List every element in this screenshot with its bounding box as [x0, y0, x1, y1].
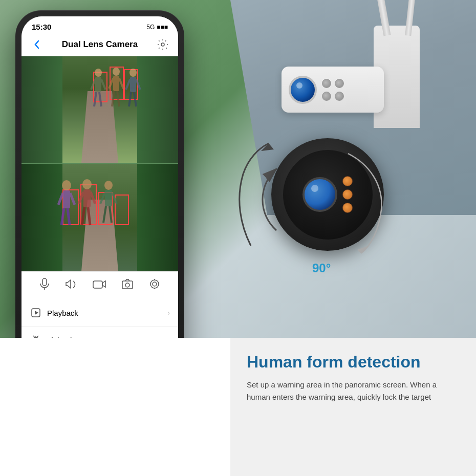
feed-trees-right2 — [137, 164, 178, 271]
menu-item-left-playback: Playback — [30, 307, 78, 319]
status-bar: 15:30 5G ■■■ — [21, 16, 178, 34]
svg-line-6 — [99, 92, 101, 106]
playback-icon — [30, 307, 42, 319]
svg-line-9 — [109, 78, 113, 89]
bottom-section: Human form detection Set up a warning ar… — [0, 338, 476, 476]
svg-rect-37 — [42, 278, 47, 286]
svg-rect-14 — [130, 77, 136, 92]
svg-line-35 — [103, 206, 106, 223]
upper-camera-module — [282, 67, 384, 113]
svg-line-27 — [79, 192, 83, 204]
svg-line-11 — [112, 91, 114, 106]
svg-line-15 — [126, 79, 130, 90]
svg-point-25 — [82, 179, 92, 189]
svg-rect-20 — [63, 190, 70, 208]
playback-chevron: › — [167, 309, 170, 317]
record-button[interactable] — [93, 279, 106, 292]
svg-line-23 — [61, 208, 64, 225]
svg-rect-26 — [83, 189, 91, 207]
control-bar — [21, 271, 178, 299]
back-button[interactable] — [30, 37, 44, 52]
svg-point-19 — [62, 180, 71, 190]
feed-trees-left2 — [21, 164, 62, 271]
camera-feed-top — [21, 56, 178, 164]
upper-camera-leds — [322, 79, 344, 101]
svg-line-12 — [117, 91, 119, 106]
svg-point-41 — [125, 283, 129, 287]
svg-line-29 — [82, 207, 84, 225]
svg-point-13 — [129, 69, 137, 77]
network-indicator: 5G — [146, 24, 155, 31]
people-silhouettes-top — [88, 67, 144, 113]
svg-point-43 — [150, 280, 159, 288]
led-2 — [335, 79, 344, 88]
svg-point-31 — [104, 181, 113, 190]
feed-trees-left — [21, 56, 62, 164]
upper-camera-lens — [289, 76, 317, 104]
svg-line-33 — [100, 192, 105, 204]
menu-item-playback[interactable]: Playback › — [21, 299, 178, 327]
status-icons: 5G ■■■ — [146, 24, 168, 31]
svg-rect-8 — [113, 76, 119, 91]
svg-line-10 — [119, 78, 123, 89]
svg-line-3 — [91, 79, 95, 90]
svg-point-0 — [161, 43, 164, 46]
led-4 — [335, 92, 344, 101]
svg-rect-2 — [95, 77, 101, 92]
svg-line-16 — [136, 79, 140, 90]
svg-line-4 — [101, 79, 105, 90]
svg-line-17 — [129, 92, 131, 106]
svg-point-1 — [95, 69, 102, 77]
svg-point-7 — [113, 68, 120, 76]
led-1 — [322, 79, 331, 88]
feature-description: Set up a warning area in the panoramic s… — [247, 379, 460, 403]
svg-rect-39 — [93, 281, 102, 288]
svg-line-5 — [94, 92, 96, 106]
camera-hardware: 270° 90° — [282, 26, 445, 302]
more-button[interactable] — [149, 278, 160, 293]
people-silhouettes-bottom — [57, 179, 139, 230]
svg-line-28 — [91, 192, 95, 204]
rotation-arrows — [230, 123, 404, 266]
feature-title: Human form detection — [247, 352, 460, 372]
photo-button[interactable] — [122, 279, 133, 292]
svg-line-34 — [112, 192, 117, 204]
svg-line-36 — [110, 206, 112, 223]
nav-title: Dual Lens Camera — [62, 39, 138, 50]
led-3 — [322, 92, 331, 101]
svg-line-24 — [68, 208, 70, 225]
camera-feed-bottom — [21, 164, 178, 271]
svg-line-52 — [37, 336, 38, 337]
settings-nav-button[interactable] — [156, 37, 170, 52]
playback-label: Playback — [47, 309, 78, 317]
svg-line-22 — [70, 193, 75, 205]
bottom-right: Human form detection Set up a warning ar… — [230, 338, 476, 476]
svg-line-21 — [58, 193, 63, 205]
svg-line-51 — [33, 336, 34, 337]
nav-bar: Dual Lens Camera — [21, 34, 178, 56]
bottom-left — [0, 338, 230, 476]
svg-line-18 — [134, 92, 136, 106]
mic-button[interactable] — [39, 278, 50, 293]
status-time: 15:30 — [32, 23, 51, 31]
degree-90-label: 90° — [312, 261, 331, 275]
svg-point-42 — [153, 282, 157, 286]
svg-marker-47 — [35, 311, 38, 315]
speaker-button[interactable] — [66, 279, 77, 292]
svg-rect-32 — [105, 190, 112, 206]
svg-line-30 — [88, 207, 90, 225]
battery-icon: ■■■ — [157, 24, 168, 31]
